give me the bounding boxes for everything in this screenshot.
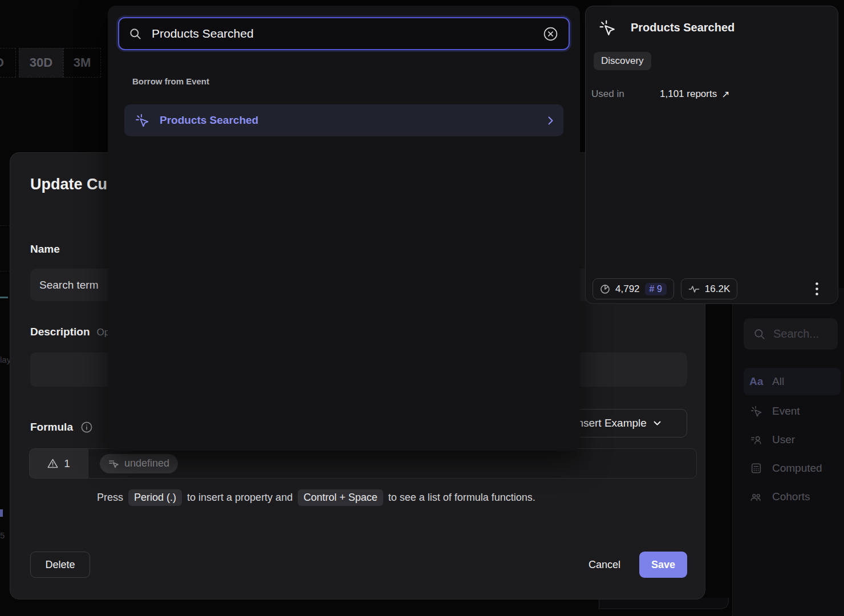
- cohorts-icon: [749, 491, 763, 503]
- count-pill[interactable]: 4,792 # 9: [593, 278, 674, 299]
- used-in-value: 1,101 reports: [660, 88, 717, 100]
- chevron-right-icon: [548, 116, 553, 125]
- activity-icon: [688, 285, 700, 294]
- name-label: Name: [30, 243, 60, 256]
- aa-icon: Aa: [749, 375, 763, 388]
- volume-value: 16.2K: [705, 283, 730, 295]
- section-label: Borrow from Event: [132, 76, 209, 86]
- used-in-link[interactable]: 1,101 reports ↗: [660, 88, 729, 100]
- hint-text: to insert a property and: [187, 492, 293, 504]
- modal-title: Update Cu: [30, 176, 107, 193]
- search-box: [118, 17, 570, 50]
- delete-button[interactable]: Delete: [30, 552, 90, 578]
- kbd-control-space: Control + Space: [298, 489, 383, 506]
- background-panel-edge: [599, 598, 729, 609]
- sidebar-item-label: User: [772, 433, 795, 446]
- volume-pill[interactable]: 16.2K: [681, 278, 737, 299]
- save-button[interactable]: Save: [639, 552, 687, 578]
- sidebar-item-computed[interactable]: Computed: [744, 455, 841, 482]
- chevron-down-icon: [654, 421, 661, 426]
- card-title: Products Searched: [631, 21, 735, 34]
- property-type-sidebar: Search... Aa All Event User: [732, 288, 844, 616]
- formula-editor: 1 undefined: [29, 448, 697, 479]
- event-icon: [598, 19, 616, 37]
- result-label: Products Searched: [160, 114, 538, 127]
- property-search-popover: Borrow from Event Products Searched: [108, 6, 580, 451]
- axis-label-fragment: 5: [0, 530, 5, 540]
- user-icon: [749, 433, 763, 446]
- formula-label: Formula: [30, 421, 73, 433]
- chart-line-fragment: [0, 509, 3, 517]
- cancel-button[interactable]: Cancel: [578, 552, 631, 578]
- description-label-text: Description: [30, 326, 90, 338]
- sidebar-item-label: Computed: [772, 462, 822, 475]
- sidebar-item-user[interactable]: User: [744, 426, 841, 453]
- clear-icon[interactable]: [543, 26, 558, 42]
- kbd-period: Period (.): [128, 489, 182, 506]
- sidebar-item-label: Event: [772, 405, 800, 418]
- hint-text: Press: [97, 492, 123, 504]
- sidebar-item-cohorts[interactable]: Cohorts: [744, 483, 841, 510]
- sidebar-search-placeholder: Search...: [773, 327, 819, 341]
- used-in-row: Used in 1,101 reports ↗: [591, 88, 729, 100]
- discovery-badge: Discovery: [594, 52, 651, 70]
- info-icon[interactable]: [80, 421, 93, 433]
- hint-text: to see a list of formula functions.: [388, 492, 535, 504]
- sidebar-item-label: All: [772, 375, 784, 388]
- sidebar-item-label: Cohorts: [772, 491, 810, 503]
- formula-label-row: Formula: [30, 421, 93, 433]
- time-range-30d[interactable]: 30D: [19, 48, 63, 78]
- chart-line-fragment: [0, 297, 8, 298]
- time-range-7d[interactable]: D: [0, 48, 16, 78]
- search-result-products-searched[interactable]: Products Searched: [124, 104, 563, 136]
- warning-icon: [47, 459, 58, 468]
- error-count: 1: [64, 457, 70, 470]
- event-icon: [749, 405, 763, 418]
- event-detail-card: Products Searched Discovery Used in 1,10…: [585, 6, 838, 304]
- formula-error-gutter: 1: [29, 448, 88, 479]
- undefined-property-chip[interactable]: undefined: [100, 454, 178, 473]
- event-icon: [135, 113, 149, 128]
- property-icon: [108, 458, 119, 469]
- sidebar-item-all[interactable]: Aa All: [744, 368, 841, 395]
- kebab-menu-icon[interactable]: [815, 282, 818, 295]
- card-stats-row: 4,792 # 9 16.2K: [593, 278, 832, 299]
- used-in-label: Used in: [591, 88, 660, 100]
- external-link-icon: ↗: [721, 88, 729, 100]
- search-icon: [129, 28, 141, 40]
- search-icon: [753, 329, 766, 340]
- count-value: 4,792: [615, 283, 640, 295]
- chart-gridline: [0, 271, 10, 271]
- chart-gridline: [0, 225, 10, 226]
- chip-label: undefined: [124, 457, 169, 469]
- time-range-3m[interactable]: 3M: [63, 48, 101, 78]
- search-input[interactable]: [152, 27, 533, 40]
- sidebar-item-event[interactable]: Event: [744, 398, 841, 425]
- pie-chart-icon: [600, 284, 610, 294]
- rank-badge: # 9: [645, 283, 667, 295]
- formula-hint: Press Period (.) to insert a property an…: [97, 489, 535, 506]
- formula-input[interactable]: undefined: [88, 448, 697, 479]
- sidebar-search-input[interactable]: Search...: [744, 318, 838, 350]
- insert-example-label: Insert Example: [574, 417, 647, 429]
- card-header: Products Searched: [598, 19, 735, 37]
- computed-icon: [749, 462, 763, 475]
